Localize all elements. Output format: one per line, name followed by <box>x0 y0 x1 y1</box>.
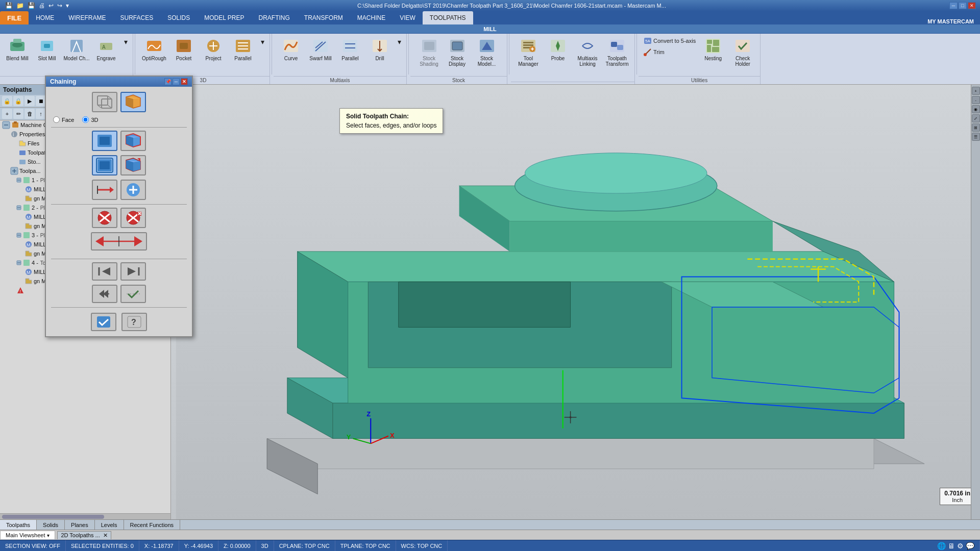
parallel-button[interactable]: Parallel <box>229 36 257 63</box>
tab-toolpaths[interactable]: TOOLPATHS <box>423 11 473 24</box>
face-radio[interactable] <box>53 116 60 123</box>
window-controls[interactable]: ─ □ ✕ <box>949 2 976 9</box>
chaining-loop-button[interactable] <box>92 155 117 176</box>
close-button[interactable]: ✕ <box>968 2 976 9</box>
tp-lock-button[interactable]: 🔒 <box>2 96 12 106</box>
stock-model-button[interactable]: Stock Model... <box>473 36 501 69</box>
status-globe-icon[interactable]: 🌐 <box>937 542 946 550</box>
tab-file[interactable]: FILE <box>0 11 29 24</box>
tab-drafting[interactable]: DRAFTING <box>251 11 297 24</box>
horizontal-scrollbar[interactable] <box>0 513 170 519</box>
undo-icon[interactable]: ↩ <box>47 2 55 9</box>
stock-display-button[interactable]: Stock Display <box>443 36 472 69</box>
face-radio-label[interactable]: Face <box>53 116 74 123</box>
swarf-mill-button[interactable]: Swarf Mill <box>306 36 335 63</box>
minimize-button[interactable]: ─ <box>949 2 958 9</box>
redo-icon[interactable]: ↪ <box>56 2 63 9</box>
chaining-pin-button[interactable]: 📌 <box>164 78 172 85</box>
save-icon[interactable]: 💾 <box>4 2 14 9</box>
tp-add-button[interactable]: + <box>2 109 12 119</box>
more-icon[interactable]: ▾ <box>65 2 70 9</box>
active-toolpath-close-icon[interactable]: ✕ <box>103 532 108 539</box>
active-toolpath-tab[interactable]: 2D Toolpaths ... ✕ <box>57 531 111 539</box>
3d-radio[interactable] <box>82 116 89 123</box>
chaining-face-sel-button[interactable] <box>92 131 117 151</box>
chaining-close-button[interactable]: ✕ <box>181 78 188 85</box>
chaining-next-start-button[interactable] <box>120 262 146 281</box>
scrollbar-thumb[interactable] <box>2 515 104 519</box>
status-chat-icon[interactable]: 💬 <box>966 542 974 550</box>
pocket-button[interactable]: Pocket <box>169 36 198 63</box>
tab-home[interactable]: HOME <box>29 11 61 24</box>
parallel-ma-button[interactable]: Parallel <box>336 36 364 63</box>
save2-icon[interactable]: 💾 <box>27 2 36 9</box>
tab-recent-functions-bottom[interactable]: Recent Functions <box>124 520 181 530</box>
probe-button[interactable]: Probe <box>544 36 572 63</box>
tab-solids-bottom[interactable]: Solids <box>37 520 65 530</box>
tp-edit-button[interactable]: ✏ <box>13 109 23 119</box>
chaining-pos-back-button[interactable] <box>92 285 117 303</box>
rs-btn-3[interactable]: ◉ <box>972 105 980 113</box>
chaining-help-button[interactable]: ? <box>121 313 147 331</box>
slot-mill-button[interactable]: Slot Mill <box>33 36 61 63</box>
chaining-prev-start-button[interactable] <box>92 262 117 281</box>
chaining-reverse-button[interactable] <box>91 232 147 251</box>
chaining-add-button[interactable] <box>120 180 146 200</box>
tp-up-button[interactable]: ↑ <box>36 109 46 119</box>
tab-levels-bottom[interactable]: Levels <box>95 520 124 530</box>
chaining-wireframe-button[interactable] <box>92 92 117 112</box>
chaining-ok-button[interactable] <box>91 313 116 331</box>
viewsheet-tab-main[interactable]: Main Viewsheet ▾ <box>0 531 55 539</box>
tab-model-prep[interactable]: MODEL PREP <box>197 11 251 24</box>
stock-shading-button[interactable]: Stock Shading <box>416 36 442 69</box>
rs-btn-6[interactable]: ☰ <box>972 133 980 141</box>
multiaxis-linking-button[interactable]: Multiaxis Linking <box>573 36 602 69</box>
quick-access-toolbar[interactable]: 💾 📁 💾 🖨 ↩ ↪ ▾ <box>4 2 70 9</box>
nesting-button[interactable]: Nesting <box>699 36 727 63</box>
tp-play-button[interactable]: ▶ <box>24 96 35 106</box>
chaining-clear-button[interactable] <box>120 208 146 228</box>
blend-mill-button[interactable]: Blend Mill <box>3 36 32 63</box>
tab-planes-bottom[interactable]: Planes <box>65 520 95 530</box>
viewport[interactable]: ⟲ ◎ ⊕ ✥ ↻ ◀ ▶ ▶▶ … ⋮ <box>171 85 980 519</box>
tab-surfaces[interactable]: SURFACES <box>113 11 161 24</box>
3d-more-button[interactable]: ▾ <box>258 36 266 48</box>
print-icon[interactable]: 🖨 <box>38 2 46 9</box>
tab-machine[interactable]: MACHINE <box>350 11 393 24</box>
tab-transform[interactable]: TRANSFORM <box>297 11 350 24</box>
curve-button[interactable]: Curve <box>277 36 305 63</box>
chaining-remove-button[interactable] <box>92 208 117 228</box>
status-settings-icon[interactable]: ⚙ <box>957 542 964 550</box>
check-holder-button[interactable]: Check Holder <box>728 36 757 69</box>
rs-btn-2[interactable]: - <box>972 96 980 104</box>
model-ch-button[interactable]: Model Ch... <box>62 36 91 63</box>
chaining-direction-button[interactable] <box>92 180 117 200</box>
convert-5axis-button[interactable]: 5A Convert to 5-axis <box>642 36 698 46</box>
chaining-solid-edge-button[interactable] <box>120 155 146 176</box>
open-icon[interactable]: 📁 <box>15 2 25 9</box>
tab-toolpaths-bottom[interactable]: Toolpaths <box>0 520 37 530</box>
3d-radio-label[interactable]: 3D <box>82 116 98 123</box>
2d-more-button[interactable]: ▾ <box>121 36 130 48</box>
tp-delete-button[interactable]: 🗑 <box>24 109 35 119</box>
maximize-button[interactable]: □ <box>959 2 967 9</box>
tp-lock2-button[interactable]: 🔒 <box>13 96 23 106</box>
tab-solids[interactable]: SOLIDS <box>160 11 197 24</box>
chaining-solid-button[interactable] <box>120 92 146 112</box>
status-monitor-icon[interactable]: 🖥 <box>948 542 955 550</box>
chaining-edge-sel-button[interactable] <box>120 131 146 151</box>
viewsheet-arrow-icon[interactable]: ▾ <box>47 533 50 538</box>
project-button[interactable]: Project <box>199 36 228 63</box>
toolpath-transform-button[interactable]: Toolpath Transform <box>603 36 631 69</box>
tool-manager-button[interactable]: Tool Manager <box>514 36 543 69</box>
multiaxis-more-button[interactable]: ▾ <box>395 36 403 48</box>
trim-button[interactable]: Trim <box>642 47 698 57</box>
rs-btn-5[interactable]: ⊞ <box>972 123 980 132</box>
tab-wireframe[interactable]: WIREFRAME <box>61 11 113 24</box>
optirough-button[interactable]: OptiRough <box>140 36 168 63</box>
drill-button[interactable]: Drill <box>365 36 394 63</box>
rs-btn-1[interactable]: + <box>972 87 980 95</box>
chaining-pos-accept-button[interactable] <box>120 285 146 303</box>
chaining-minimize-button[interactable]: ─ <box>173 78 180 85</box>
rs-btn-4[interactable]: ⤢ <box>972 114 980 122</box>
